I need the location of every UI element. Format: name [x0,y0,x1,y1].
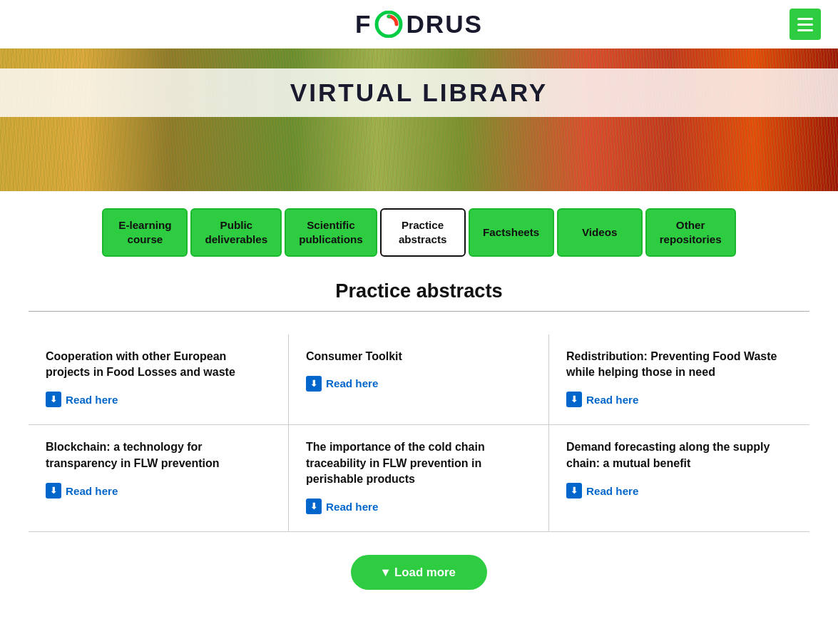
menu-bar-3 [797,29,813,31]
card-3-title: Redistribution: Preventing Food Waste wh… [566,349,792,381]
section-title: Practice abstracts [0,274,838,305]
download-icon-3: ⬇ [566,392,582,407]
card-2-title: Consumer Toolkit [306,349,531,364]
cards-grid: Cooperation with other European projects… [0,334,838,533]
card-5: The importance of the cold chain traceab… [289,425,549,532]
card-5-link-text: Read here [326,501,378,513]
card-1-title: Cooperation with other European projects… [46,349,271,381]
card-1: Cooperation with other European projects… [29,334,289,426]
card-2-link[interactable]: ⬇ Read here [306,376,378,392]
card-6-link[interactable]: ⬇ Read here [566,483,638,499]
card-4-link-text: Read here [66,485,118,497]
card-6-title: Demand forecasting along the supply chai… [566,439,792,471]
load-more-label: Load more [394,566,456,580]
hero-title-bar: VIRTUAL LIBRARY [0,68,838,117]
card-2-link-text: Read here [326,377,378,389]
logo-wordmark: F DRUS [355,10,483,39]
logo-drus: DRUS [406,10,483,39]
download-icon-4: ⬇ [46,483,61,499]
card-6: Demand forecasting along the supply chai… [549,425,809,532]
hero-title: VIRTUAL LIBRARY [0,78,838,107]
card-4: Blockchain: a technology for transparenc… [29,425,289,532]
card-2: Consumer Toolkit ⬇ Read here [289,334,549,426]
header: F DRUS [0,0,838,48]
card-5-title: The importance of the cold chain traceab… [306,439,531,487]
card-4-title: Blockchain: a technology for transparenc… [46,439,271,471]
card-3: Redistribution: Preventing Food Waste wh… [549,334,809,426]
download-icon-6: ⬇ [566,483,582,499]
tab-other[interactable]: Otherrepositories [645,208,736,257]
card-1-link-text: Read here [66,394,118,406]
tab-elearning[interactable]: E-learningcourse [102,208,188,257]
tab-deliverables[interactable]: Publicdeliverables [190,208,282,257]
card-5-link[interactable]: ⬇ Read here [306,499,378,514]
card-4-link[interactable]: ⬇ Read here [46,483,118,499]
download-icon-1: ⬇ [46,392,61,407]
card-3-link[interactable]: ⬇ Read here [566,392,638,407]
svg-point-1 [387,15,391,19]
card-3-link-text: Read here [586,394,638,406]
menu-bar-2 [797,24,813,26]
section-divider [29,311,809,312]
download-icon-2: ⬇ [306,376,322,392]
load-more-chevron: ▾ [382,565,389,580]
logo-f: F [355,10,372,39]
category-tabs: E-learningcourse Publicdeliverables Scie… [0,191,838,274]
menu-bar-1 [797,18,813,20]
tab-factsheets[interactable]: Factsheets [469,208,554,257]
tab-practice[interactable]: Practiceabstracts [380,208,466,257]
tab-scientific[interactable]: Scientificpublications [285,208,377,257]
hero-banner: VIRTUAL LIBRARY [0,48,838,191]
card-6-link-text: Read here [586,485,638,497]
menu-button[interactable] [790,9,821,40]
card-1-link[interactable]: ⬇ Read here [46,392,118,407]
logo-icon [372,11,405,38]
load-more-button[interactable]: ▾ Load more [351,555,487,590]
load-more-section: ▾ Load more [0,532,838,618]
tab-videos[interactable]: Videos [557,208,643,257]
download-icon-5: ⬇ [306,499,322,514]
